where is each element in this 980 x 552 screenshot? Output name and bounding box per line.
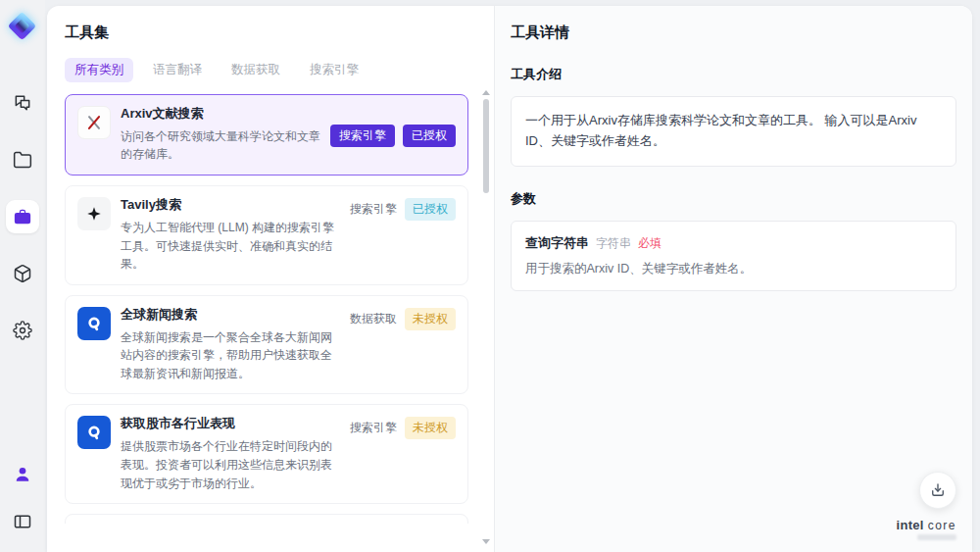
scroll-down-arrow-icon[interactable] — [482, 539, 490, 544]
param-desc: 用于搜索的Arxiv ID、关键字或作者姓名。 — [525, 261, 942, 277]
tool-item-most-active-stocks[interactable]: 获取市场最活跃股票信息 提供当天交易量最高的股票列表，投资者可以利用这些信息来识… — [65, 514, 468, 524]
tab-data-acquisition[interactable]: 数据获取 — [221, 58, 290, 82]
status-badge: 已授权 — [403, 125, 456, 147]
tab-all-categories[interactable]: 所有类别 — [65, 58, 133, 82]
panel-toggle-icon[interactable] — [6, 505, 39, 538]
tool-desc: 访问各个研究领域大量科学论文和文章的存储库。 — [121, 127, 320, 164]
rail-bottom — [6, 458, 39, 538]
scroll-up-arrow-icon[interactable] — [482, 90, 490, 95]
intro-heading: 工具介绍 — [511, 66, 956, 83]
brand-core: core — [928, 519, 956, 532]
tool-item-arxiv[interactable]: Arxiv文献搜索 访问各个研究领域大量科学论文和文章的存储库。 搜索引擎 已授… — [65, 94, 468, 176]
tool-list: Arxiv文献搜索 访问各个研究领域大量科学论文和文章的存储库。 搜索引擎 已授… — [65, 94, 480, 524]
tool-name: Arxiv文献搜索 — [121, 106, 320, 123]
app-rail — [0, 0, 45, 552]
folder-icon[interactable] — [6, 143, 39, 176]
download-button[interactable] — [919, 472, 956, 509]
intro-card: 一个用于从Arxiv存储库搜索科学论文和文章的工具。 输入可以是Arxiv ID… — [511, 96, 956, 167]
status-badge: 未授权 — [405, 417, 456, 439]
main-card: 工具集 所有类别 语言翻译 数据获取 搜索引擎 Arxiv文献搜索 访问各个研究… — [47, 6, 972, 552]
toolset-title: 工具集 — [65, 24, 480, 42]
tool-desc: 提供股票市场各个行业在特定时间段内的表现。投资者可以利用这些信息来识别表现优于或… — [121, 437, 340, 492]
arxiv-icon — [77, 106, 111, 139]
intel-core-logo: intel core — [897, 518, 957, 540]
param-required-label: 必填 — [638, 235, 662, 252]
cube-icon[interactable] — [6, 257, 39, 290]
blue-q-search-icon — [77, 416, 111, 449]
tool-name: 获取股市各行业表现 — [121, 416, 340, 432]
brand-subtext-blur — [917, 534, 956, 540]
status-badge: 未授权 — [405, 308, 456, 330]
category-tabs: 所有类别 语言翻译 数据获取 搜索引擎 — [65, 58, 480, 82]
param-card: 查询字符串 字符串 必填 用于搜索的Arxiv ID、关键字或作者姓名。 — [511, 221, 956, 291]
toolset-pane: 工具集 所有类别 语言翻译 数据获取 搜索引擎 Arxiv文献搜索 访问各个研究… — [47, 6, 494, 552]
user-avatar-icon[interactable] — [6, 458, 39, 491]
app-logo-icon[interactable] — [7, 10, 38, 43]
blue-q-search-icon — [77, 307, 111, 340]
param-type: 字符串 — [596, 235, 631, 252]
scrollbar-thumb[interactable] — [483, 99, 489, 193]
details-title: 工具详情 — [511, 24, 956, 42]
tool-desc: 专为人工智能代理 (LLM) 构建的搜索引擎工具。可快速提供实时、准确和真实的结… — [121, 219, 340, 274]
param-name: 查询字符串 — [525, 234, 589, 252]
list-scrollbar[interactable] — [481, 90, 491, 544]
params-heading: 参数 — [511, 190, 956, 208]
tool-item-global-news[interactable]: 全球新闻搜索 全球新闻搜索是一个聚合全球各大新闻网站内容的搜索引擎，帮助用户快速… — [65, 295, 468, 395]
category-tag: 搜索引擎 — [350, 417, 397, 439]
sparkle-star-icon — [77, 197, 111, 230]
chat-icon[interactable] — [6, 86, 39, 120]
tab-search-engine[interactable]: 搜索引擎 — [300, 58, 368, 82]
tool-item-sector-performance[interactable]: 获取股市各行业表现 提供股票市场各个行业在特定时间段内的表现。投资者可以利用这些… — [65, 404, 468, 504]
toolbox-icon-active[interactable] — [6, 200, 39, 233]
tool-name: 全球新闻搜索 — [121, 307, 340, 324]
tool-details-pane: 工具详情 工具介绍 一个用于从Arxiv存储库搜索科学论文和文章的工具。 输入可… — [494, 6, 972, 552]
status-badge: 已授权 — [405, 198, 456, 221]
tool-desc: 全球新闻搜索是一个聚合全球各大新闻网站内容的搜索引擎，帮助用户快速获取全球最新资… — [121, 328, 340, 383]
brand-intel: intel — [897, 518, 924, 532]
settings-gear-icon[interactable] — [6, 314, 39, 347]
tab-language-translation[interactable]: 语言翻译 — [143, 58, 212, 82]
tool-name: Tavily搜索 — [121, 197, 340, 214]
rail-nav — [6, 86, 39, 347]
category-tag: 搜索引擎 — [330, 125, 395, 147]
category-tag: 搜索引擎 — [350, 198, 397, 221]
category-tag: 数据获取 — [350, 308, 397, 330]
tool-item-tavily[interactable]: Tavily搜索 专为人工智能代理 (LLM) 构建的搜索引擎工具。可快速提供实… — [65, 185, 468, 285]
